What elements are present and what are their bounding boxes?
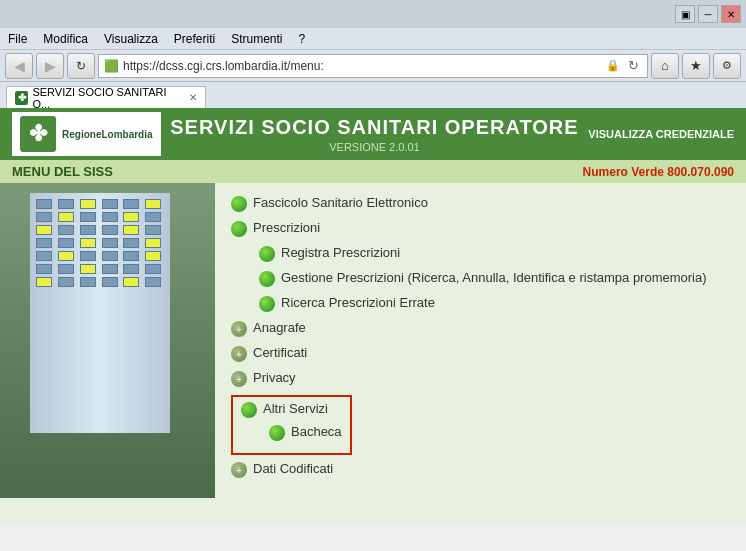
menu-row-fascicolo: Fascicolo Sanitario Elettronico [231,195,730,212]
reload-button[interactable]: ↻ [67,53,95,79]
menu-row-gestione: Gestione Prescrizioni (Ricerca, Annulla,… [259,270,730,287]
tab-label: SERVIZI SOCIO SANITARI O... [32,86,181,110]
menu-modifica[interactable]: Modifica [43,32,88,46]
star-button[interactable]: ★ [682,53,710,79]
menu-row-altri: Altri Servizi [241,401,342,418]
window-cell [145,212,161,222]
menu-preferiti[interactable]: Preferiti [174,32,215,46]
window-cell [80,225,96,235]
window-cell [123,212,139,222]
window-cell [58,264,74,274]
window-cell [36,212,52,222]
label-prescrizioni[interactable]: Prescrizioni [253,220,320,235]
window-cell [58,225,74,235]
back-button[interactable]: ◀ [5,53,33,79]
window-cell [80,251,96,261]
browser-tab[interactable]: ✤ SERVIZI SOCIO SANITARI O... ✕ [6,86,206,108]
window-cell [80,199,96,209]
label-fascicolo[interactable]: Fascicolo Sanitario Elettronico [253,195,428,210]
menu-strumenti[interactable]: Strumenti [231,32,282,46]
window-cell [145,251,161,261]
window-cell [145,199,161,209]
menu-row-registra: Registra Prescrizioni [259,245,730,262]
menu-row-prescrizioni: Prescrizioni [231,220,730,237]
window-cell [102,212,118,222]
submenu-prescrizioni: Registra Prescrizioni Gestione Prescrizi… [259,245,730,312]
label-bacheca[interactable]: Bacheca [291,424,342,439]
logo-cross-icon: ✤ [20,116,56,152]
label-registra[interactable]: Registra Prescrizioni [281,245,400,260]
window-cell [145,264,161,274]
bullet-prescrizioni [231,221,247,237]
bullet-dati [231,462,247,478]
window-cell [123,264,139,274]
logo-text: RegioneLombardia [62,129,153,140]
content-area: Fascicolo Sanitario Elettronico Prescriz… [215,183,746,498]
menu-row-certificati: Certificati [231,345,730,362]
label-dati[interactable]: Dati Codificati [253,461,333,476]
tools-button[interactable]: ⚙ [713,53,741,79]
bullet-gestione [259,271,275,287]
label-ricerca-errate[interactable]: Ricerca Prescrizioni Errate [281,295,435,310]
menu-help[interactable]: ? [299,32,306,46]
numero-verde: Numero Verde 800.070.090 [583,165,734,179]
building-graphic [20,193,180,473]
menu-row-anagrafe: Anagrafe [231,320,730,337]
bullet-fascicolo [231,196,247,212]
window-cell [102,264,118,274]
label-privacy[interactable]: Privacy [253,370,296,385]
window-cell [36,199,52,209]
label-anagrafe[interactable]: Anagrafe [253,320,306,335]
credenziale-button[interactable]: VISUALIZZA CREDENZIALE [588,128,734,140]
bullet-bacheca [269,425,285,441]
tab-close-button[interactable]: ✕ [189,92,197,103]
page-main-title: SERVIZI SOCIO SANITARI OPERATORE [161,116,589,139]
window-cell [80,212,96,222]
window-cell [145,238,161,248]
window-cell [36,225,52,235]
bullet-anagrafe [231,321,247,337]
menu-row-dati: Dati Codificati [231,461,730,478]
window-cell [145,277,161,287]
window-cell [58,199,74,209]
window-cell [102,225,118,235]
bullet-registra [259,246,275,262]
minimize-button[interactable]: ─ [698,5,718,23]
menu-file[interactable]: File [8,32,27,46]
window-cell [58,251,74,261]
menu-row-ricerca-errate: Ricerca Prescrizioni Errate [259,295,730,312]
forward-button[interactable]: ▶ [36,53,64,79]
label-certificati[interactable]: Certificati [253,345,307,360]
bullet-ricerca-errate [259,296,275,312]
logo-container: ✤ RegioneLombardia [12,112,161,156]
label-gestione[interactable]: Gestione Prescrizioni (Ricerca, Annulla,… [281,270,707,285]
main-layout: Fascicolo Sanitario Elettronico Prescriz… [0,183,746,498]
page-content: ✤ RegioneLombardia SERVIZI SOCIO SANITAR… [0,108,746,525]
sidebar-building [0,183,215,498]
window-cell [123,238,139,248]
window-cell [123,277,139,287]
window-cell [123,199,139,209]
window-cell [36,251,52,261]
favicon-icon: 🟩 [104,59,119,73]
window-cell [123,251,139,261]
address-text: https://dcss.cgi.crs.lombardia.it/menu: [123,59,602,73]
window-controls[interactable]: ▣ ─ ✕ [675,5,741,23]
window-cell [102,199,118,209]
menu-visualizza[interactable]: Visualizza [104,32,158,46]
window-cell [102,251,118,261]
highlighted-container: Altri Servizi Bacheca [231,395,352,455]
home-button[interactable]: ⌂ [651,53,679,79]
refresh-icon[interactable]: ↻ [624,57,642,75]
close-button[interactable]: ✕ [721,5,741,23]
address-bar[interactable]: 🟩 https://dcss.cgi.crs.lombardia.it/menu… [98,54,648,78]
label-altri[interactable]: Altri Servizi [263,401,328,416]
window-cell [80,277,96,287]
page-header: ✤ RegioneLombardia SERVIZI SOCIO SANITAR… [0,108,746,160]
bullet-altri [241,402,257,418]
window-cell [102,277,118,287]
window-cell [123,225,139,235]
window-cell [58,212,74,222]
restore-button[interactable]: ▣ [675,5,695,23]
window-cell [36,277,52,287]
